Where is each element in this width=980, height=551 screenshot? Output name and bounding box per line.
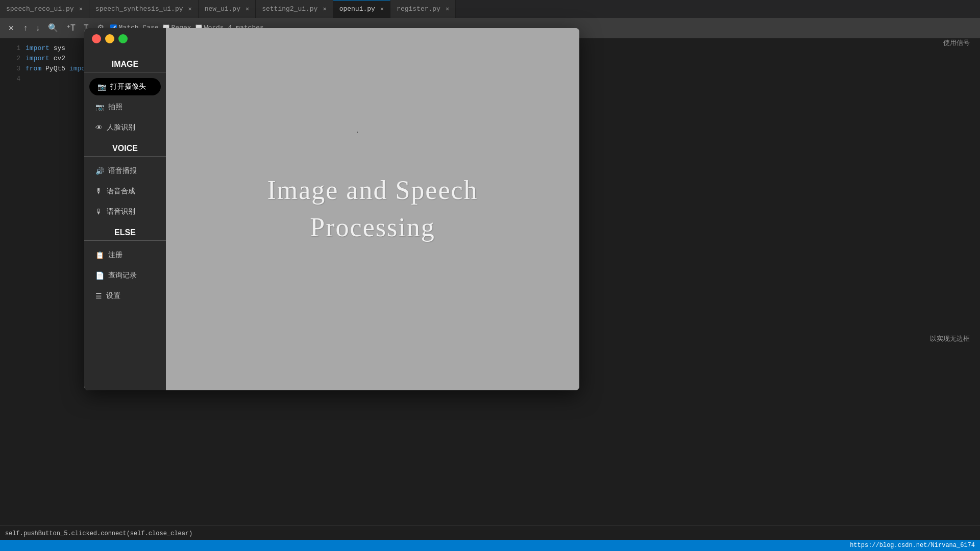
- mic-icon: 🎙: [95, 187, 103, 195]
- sidebar-query-records-label: 查询记录: [108, 271, 137, 280]
- right-snippet-1: 使用信号: [930, 38, 970, 48]
- sidebar-settings-label: 设置: [106, 291, 120, 300]
- window-minimize-button[interactable]: [105, 34, 114, 43]
- sidebar-item-voice-synthesis[interactable]: 🎙 语音合成: [89, 183, 161, 200]
- tab-new-ui[interactable]: new_ui.py ✕: [199, 0, 256, 18]
- sidebar-item-register[interactable]: 📋 注册: [89, 246, 161, 264]
- right-snippet-2: 以实现无边框: [930, 334, 970, 344]
- search-down-button[interactable]: ↓: [34, 22, 42, 34]
- tab-speech-reco[interactable]: speech_reco_ui.py ✕: [0, 0, 89, 18]
- sidebar-item-voice-recognition[interactable]: 🎙 语音识别: [89, 203, 161, 220]
- status-url: https://blog.csdn.net/Nirvana_6174: [850, 541, 975, 550]
- sidebar-item-photo[interactable]: 📷 拍照: [89, 98, 161, 116]
- tab-close-4[interactable]: ✕: [323, 5, 326, 14]
- tab-label: register.py: [397, 4, 440, 14]
- tab-setting2[interactable]: setting2_ui.py ✕: [256, 0, 333, 18]
- terminal-bar: self.pushButton_5.clicked.connect(self.c…: [0, 525, 980, 540]
- window-maximize-button[interactable]: [118, 34, 128, 43]
- cursor: [355, 129, 360, 136]
- sidebar-section-voice: VOICE: [84, 144, 166, 157]
- tab-close-3[interactable]: ✕: [246, 5, 249, 14]
- sidebar-voice-recognition-label: 语音识别: [107, 207, 135, 216]
- eye-icon: 👁: [95, 123, 103, 132]
- search-zoom-button[interactable]: 🔍: [46, 22, 60, 34]
- mic2-icon: 🎙: [95, 208, 103, 216]
- tab-close-1[interactable]: ✕: [79, 5, 83, 14]
- main-content: Image and Speech Processing: [166, 28, 579, 390]
- register-icon: 📋: [95, 251, 104, 259]
- app-window: IMAGE 📷 打开摄像头 📷 拍照 👁 人脸识别 VOICE 🔊 语音播报 🎙…: [84, 28, 579, 390]
- sidebar-face-detect-label: 人脸识别: [107, 123, 135, 132]
- right-code-snippets: 使用信号 以实现无边框: [930, 38, 970, 344]
- tab-label: openui.py: [339, 4, 375, 14]
- status-bar: https://blog.csdn.net/Nirvana_6174: [0, 540, 980, 551]
- sidebar-register-label: 注册: [108, 251, 122, 260]
- speaker-icon: 🔊: [95, 167, 104, 175]
- tab-bar: speech_reco_ui.py ✕ speech_synthesis_ui.…: [0, 0, 980, 18]
- sidebar-open-camera-label: 打开摄像头: [110, 82, 146, 91]
- tab-speech-synthesis[interactable]: speech_synthesis_ui.py ✕: [89, 0, 199, 18]
- document-icon: 📄: [95, 271, 104, 280]
- sidebar-section-image: IMAGE: [84, 60, 166, 72]
- app-main-title: Image and Speech Processing: [267, 172, 478, 246]
- tab-label: setting2_ui.py: [262, 4, 317, 14]
- sidebar-item-face-detect[interactable]: 👁 人脸识别: [89, 119, 161, 136]
- sidebar-item-query-records[interactable]: 📄 查询记录: [89, 267, 161, 284]
- photo-icon: 📷: [95, 103, 104, 111]
- app-title-line2: Processing: [310, 213, 435, 242]
- sidebar-voice-synthesis-label: 语音合成: [107, 187, 135, 196]
- sidebar-voice-broadcast-label: 语音播报: [108, 166, 137, 176]
- window-close-button[interactable]: [92, 34, 101, 43]
- search-close-button[interactable]: ✕: [5, 23, 17, 33]
- sidebar-section-else: ELSE: [84, 228, 166, 241]
- tab-label: speech_synthesis_ui.py: [95, 4, 183, 14]
- sidebar-item-voice-broadcast[interactable]: 🔊 语音播报: [89, 162, 161, 180]
- sidebar-photo-label: 拍照: [108, 103, 122, 112]
- terminal-content: self.pushButton_5.clicked.connect(self.c…: [5, 530, 192, 537]
- sidebar-item-settings[interactable]: ☰ 设置: [89, 287, 161, 305]
- tab-register[interactable]: register.py ✕: [390, 0, 456, 18]
- tab-openui[interactable]: openui.py ✕: [333, 0, 390, 18]
- search-toggle1-button[interactable]: ⁺T: [64, 22, 78, 34]
- sidebar-item-open-camera[interactable]: 📷 打开摄像头: [89, 78, 161, 95]
- window-controls: [92, 34, 128, 43]
- sidebar: IMAGE 📷 打开摄像头 📷 拍照 👁 人脸识别 VOICE 🔊 语音播报 🎙…: [84, 28, 166, 390]
- app-title-line1: Image and Speech: [267, 176, 478, 205]
- search-up-button[interactable]: ↑: [21, 22, 30, 34]
- camera-icon: 📷: [97, 83, 106, 91]
- settings-icon: ☰: [95, 292, 102, 300]
- tab-close-6[interactable]: ✕: [446, 5, 449, 14]
- tab-close-2[interactable]: ✕: [188, 5, 192, 14]
- tab-close-5[interactable]: ✕: [380, 5, 384, 14]
- tab-label: new_ui.py: [205, 4, 240, 14]
- tab-label: speech_reco_ui.py: [6, 4, 74, 14]
